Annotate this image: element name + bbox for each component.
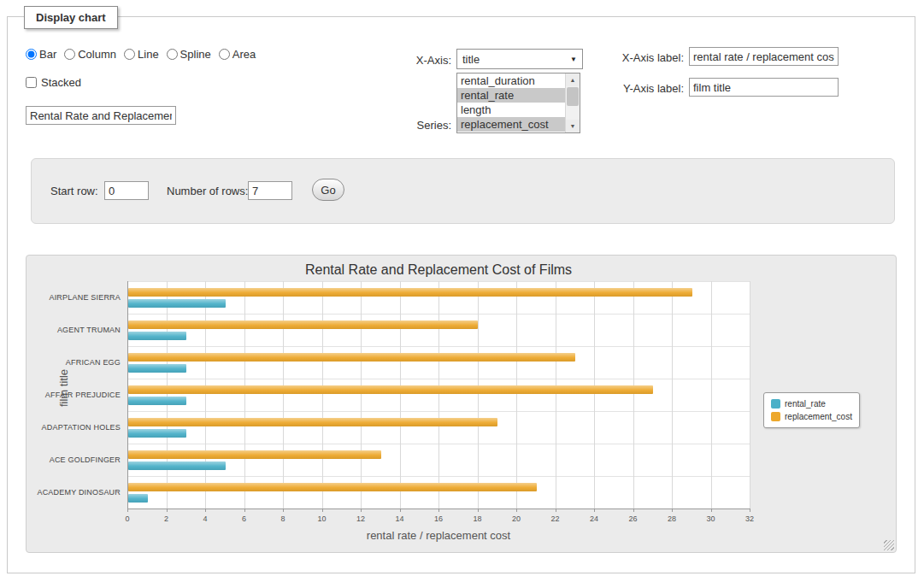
y-axis-line (127, 281, 128, 509)
bar-rental_rate (128, 332, 186, 340)
chart-type-option-spline[interactable]: Spline (167, 48, 211, 61)
x-tick-label: 28 (659, 514, 685, 523)
go-button[interactable]: Go (312, 179, 344, 201)
series-option-replacement_cost[interactable]: replacement_cost (457, 117, 565, 132)
bar-replacement_cost (128, 450, 381, 459)
x-tick-label: 10 (309, 514, 335, 523)
chart-type-option-bar[interactable]: Bar (26, 48, 56, 61)
chart-type-radio-group: BarColumnLineSplineArea (26, 48, 256, 61)
x-tick-label: 24 (581, 514, 607, 523)
grid-line-vertical (556, 281, 556, 509)
series-listbox-scrollbar[interactable]: ▲ ▼ (565, 73, 580, 132)
bar-rental_rate (128, 364, 186, 373)
grid-line-vertical (205, 281, 206, 509)
grid-line-vertical (711, 281, 712, 509)
chart-type-radio-bar[interactable] (26, 49, 37, 60)
x-tick-label: 22 (543, 514, 568, 523)
x-axis-label-input[interactable] (689, 47, 839, 66)
legend-item-rental_rate[interactable]: rental_rate (771, 397, 852, 410)
scroll-down-icon[interactable]: ▼ (566, 120, 580, 132)
chart-type-option-label: Bar (39, 48, 56, 61)
chart-type-option-column[interactable]: Column (64, 48, 116, 61)
number-of-rows-input[interactable] (248, 181, 292, 200)
chart-type-option-label: Area (232, 48, 256, 61)
stacked-checkbox-row[interactable]: Stacked (26, 76, 81, 89)
number-of-rows-label: Number of rows: (167, 185, 248, 197)
category-label: ACADEMY DINOSAUR (26, 488, 121, 497)
chevron-down-icon: ▼ (570, 56, 577, 63)
x-tick-label: 2 (154, 514, 180, 523)
grid-line-vertical (516, 281, 517, 509)
chart-type-option-label: Spline (180, 48, 211, 61)
stacked-checkbox[interactable] (26, 77, 37, 88)
x-tick-label: 4 (192, 514, 218, 523)
bar-replacement_cost (128, 385, 653, 394)
x-axis-label-field-label: X-Axis label: (598, 51, 684, 64)
x-tick-label: 26 (621, 514, 646, 523)
grid-line-vertical (244, 281, 245, 509)
scrollbar-thumb[interactable] (567, 87, 579, 106)
x-tick-label: 20 (503, 514, 529, 523)
grid-line-vertical (750, 281, 750, 509)
series-option-rental_rate[interactable]: rental_rate (457, 88, 565, 103)
bar-replacement_cost (128, 483, 537, 491)
x-axis-select[interactable]: title ▼ (456, 49, 583, 69)
legend-swatch (771, 399, 780, 409)
bar-replacement_cost (128, 320, 478, 329)
series-select-label: Series: (366, 119, 451, 132)
y-axis-label-input[interactable] (689, 78, 839, 97)
grid-line-vertical (361, 281, 362, 509)
chart-type-radio-area[interactable] (219, 49, 230, 60)
chart-type-radio-spline[interactable] (167, 49, 178, 60)
grid-line-vertical (283, 281, 284, 509)
series-option-rental_duration[interactable]: rental_duration (457, 73, 565, 88)
chart-title-input[interactable] (26, 106, 176, 125)
chart-resize-handle[interactable] (884, 540, 894, 550)
x-tick-label: 18 (465, 514, 491, 523)
grid-line-vertical (322, 281, 323, 509)
start-row-label: Start row: (50, 185, 98, 197)
bar-replacement_cost (128, 353, 575, 362)
grid-line-vertical (594, 281, 595, 509)
y-axis-title: film title (57, 369, 70, 407)
bar-rental_rate (128, 429, 186, 438)
start-row-input[interactable] (104, 181, 149, 200)
category-label: ACE GOLDFINGER (26, 456, 121, 464)
bar-replacement_cost (128, 418, 497, 426)
bar-rental_rate (128, 461, 226, 470)
chart-type-radio-line[interactable] (124, 49, 135, 60)
category-label: AFFAIR PREJUDICE (26, 391, 121, 399)
chart-type-option-label: Column (78, 48, 116, 61)
chart: Rental Rate and Replacement Cost of Film… (26, 256, 896, 552)
row-range-panel: Start row: Number of rows: Go (31, 158, 895, 224)
fieldset-legend: Display chart (24, 6, 118, 29)
x-axis-select-value: title (462, 53, 480, 66)
chart-type-radio-column[interactable] (64, 49, 75, 60)
series-options: rental_durationrental_ratelengthreplacem… (457, 73, 565, 132)
x-tick-label: 14 (387, 514, 413, 523)
series-listbox[interactable]: rental_durationrental_ratelengthreplacem… (456, 73, 580, 133)
x-tick-label: 8 (270, 514, 296, 523)
fieldset-legend-text: Display chart (36, 11, 106, 24)
scroll-up-icon[interactable]: ▲ (566, 73, 580, 86)
category-label: AFRICAN EGG (26, 358, 121, 367)
chart-type-option-label: Line (138, 48, 159, 61)
stacked-label: Stacked (41, 76, 81, 89)
category-label: AIRPLANE SIERRA (26, 293, 121, 302)
bar-replacement_cost (128, 288, 692, 297)
legend-item-replacement_cost[interactable]: replacement_cost (771, 410, 852, 423)
x-axis-title: rental rate / replacement cost (127, 529, 750, 542)
legend-swatch (771, 412, 780, 421)
grid-line-vertical (438, 281, 439, 509)
display-chart-page: Display chart BarColumnLineSplineArea St… (0, 0, 924, 582)
x-tick-label: 32 (737, 514, 762, 523)
chart-type-option-area[interactable]: Area (219, 48, 256, 61)
grid-line-vertical (672, 281, 673, 509)
x-tick-label: 16 (426, 514, 451, 523)
bar-rental_rate (128, 397, 186, 405)
grid-line-vertical (633, 281, 634, 509)
series-option-length[interactable]: length (457, 103, 565, 117)
grid-line-vertical (478, 281, 479, 509)
chart-type-option-line[interactable]: Line (124, 48, 159, 61)
legend-label: replacement_cost (785, 412, 852, 421)
